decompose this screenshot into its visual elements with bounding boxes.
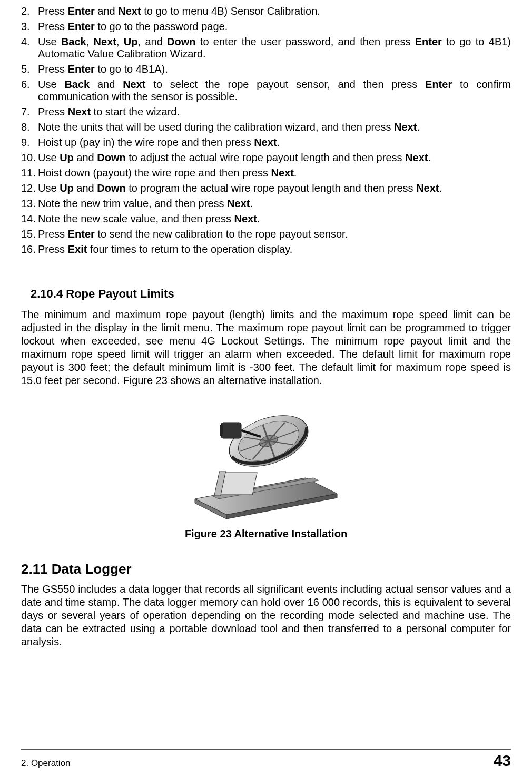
step-text: Note the units that will be used during … <box>38 121 511 133</box>
step-number: 5. <box>21 63 38 75</box>
list-item: 6. Use Back and Next to select the rope … <box>21 78 511 103</box>
list-item: 3. Press Enter to go to the password pag… <box>21 21 511 33</box>
step-text: Note the new scale value, and then press… <box>38 213 511 225</box>
step-number: 8. <box>21 121 38 133</box>
step-text: Use Back and Next to select the rope pay… <box>38 78 511 103</box>
step-text: Press Enter and Next to go to menu 4B) S… <box>38 5 511 17</box>
svg-rect-13 <box>221 423 241 438</box>
step-number: 7. <box>21 106 38 118</box>
list-item: 14. Note the new scale value, and then p… <box>21 213 511 225</box>
body-paragraph: The minimum and maximum rope payout (len… <box>21 308 511 387</box>
step-number: 9. <box>21 136 38 149</box>
step-text: Use Up and Down to adjust the actual wir… <box>38 152 511 164</box>
step-text: Use Up and Down to program the actual wi… <box>38 182 511 194</box>
step-number: 4. <box>21 36 38 60</box>
body-paragraph: The GS550 includes a data logger that re… <box>21 583 511 649</box>
step-text: Note the new trim value, and then press … <box>38 198 511 210</box>
step-number: 3. <box>21 21 38 33</box>
svg-rect-14 <box>220 425 223 436</box>
step-number: 16. <box>21 243 38 256</box>
step-text: Press Next to start the wizard. <box>38 106 511 118</box>
list-item: 13. Note the new trim value, and then pr… <box>21 198 511 210</box>
step-number: 12. <box>21 182 38 194</box>
list-item: 5. Press Enter to go to 4B1A). <box>21 63 511 75</box>
subsection-heading: 2.10.4 Rope Payout Limits <box>31 287 511 301</box>
step-number: 10. <box>21 152 38 164</box>
pulley-mount-illustration-icon <box>190 394 342 520</box>
step-number: 6. <box>21 78 38 103</box>
step-number: 13. <box>21 198 38 210</box>
step-text: Use Back, Next, Up, and Down to enter th… <box>38 36 511 60</box>
step-number: 14. <box>21 213 38 225</box>
figure-caption: Figure 23 Alternative Installation <box>21 528 511 540</box>
list-item: 10. Use Up and Down to adjust the actual… <box>21 152 511 164</box>
step-number: 15. <box>21 228 38 240</box>
list-item: 12. Use Up and Down to program the actua… <box>21 182 511 194</box>
list-item: 4. Use Back, Next, Up, and Down to enter… <box>21 36 511 60</box>
list-item: 15. Press Enter to send the new calibrat… <box>21 228 511 240</box>
step-text: Press Exit four times to return to the o… <box>38 243 511 256</box>
step-text: Press Enter to go to 4B1A). <box>38 63 511 75</box>
list-item: 2. Press Enter and Next to go to menu 4B… <box>21 5 511 17</box>
step-number: 11. <box>21 167 38 179</box>
step-number: 2. <box>21 5 38 17</box>
list-item: 7. Press Next to start the wizard. <box>21 106 511 118</box>
list-item: 9. Hoist up (pay in) the wire rope and t… <box>21 136 511 149</box>
page-number: 43 <box>494 752 511 770</box>
step-text: Press Enter to go to the password page. <box>38 21 511 33</box>
list-item: 11. Hoist down (payout) the wire rope an… <box>21 167 511 179</box>
section-heading: 2.11 Data Logger <box>21 561 511 577</box>
figure <box>21 394 511 523</box>
list-item: 8. Note the units that will be used duri… <box>21 121 511 133</box>
step-text: Press Enter to send the new calibration … <box>38 228 511 240</box>
footer-section-label: 2. Operation <box>21 758 71 769</box>
list-item: 16. Press Exit four times to return to t… <box>21 243 511 256</box>
step-text: Hoist down (payout) the wire rope and th… <box>38 167 511 179</box>
page-footer: 2. Operation 43 <box>21 749 511 770</box>
step-text: Hoist up (pay in) the wire rope and then… <box>38 136 511 149</box>
